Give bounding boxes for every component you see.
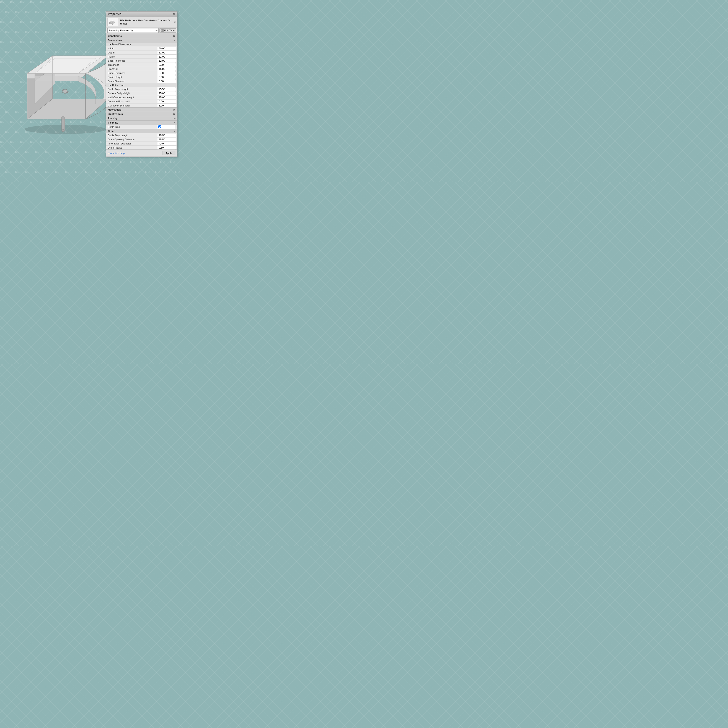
prop-input-connector-diameter[interactable] (158, 104, 176, 107)
prop-input-back-thickness[interactable] (158, 60, 176, 62)
prop-input-drain-diameter[interactable] (158, 80, 176, 83)
prop-value-bottle-trap-visibility[interactable] (157, 125, 175, 129)
prop-label-bottle-trap-visibility: Bottle Trap (106, 125, 157, 129)
prop-value-drain-radius[interactable] (157, 146, 175, 150)
prop-row-drain-opening-distance: Drain Opening Distance (106, 137, 177, 141)
svg-rect-13 (62, 117, 64, 131)
prop-row-bottle-trap-length: Bottle Trap Length (106, 133, 177, 137)
prop-label-bottle-trap-height: Bottle Trap Height (106, 87, 157, 91)
section-phasing-label: Phasing (108, 117, 118, 120)
prop-value-front-cut[interactable] (157, 67, 175, 71)
prop-value-height[interactable] (157, 55, 175, 58)
prop-label-drain-diameter: Drain Diameter (106, 80, 157, 83)
panel-titlebar: Properties × (106, 12, 177, 17)
prop-value-base-thickness[interactable] (157, 71, 175, 75)
prop-row-depth: Depth (106, 50, 177, 54)
prop-value-back-thickness[interactable] (157, 59, 175, 63)
prop-label-depth: Depth (106, 51, 157, 54)
svg-marker-10 (27, 73, 35, 78)
bottle-trap-triangle-icon: ▶ (110, 84, 111, 86)
prop-row-connector-diameter: Connector Diameter (106, 103, 177, 107)
section-phasing[interactable]: Phasing ≫ (106, 116, 177, 120)
sub-section-bottle-trap[interactable]: ▶ Bottle Trap (106, 83, 177, 87)
prop-row-base-thickness: Base Thickness (106, 71, 177, 75)
prop-value-bottle-trap-length[interactable] (157, 133, 175, 137)
section-identity-data[interactable]: Identity Data ≫ (106, 112, 177, 116)
prop-row-distance-from-wall: Distance From Wall (106, 99, 177, 103)
model-name: RD_Bathroom Sink Countertop Custom 04 Wh… (120, 19, 171, 26)
prop-value-bottom-body-height[interactable] (157, 92, 175, 95)
prop-row-height: Height (106, 54, 177, 58)
mechanical-collapse-icon: ≫ (173, 109, 175, 111)
properties-help-link[interactable]: Properties help (108, 152, 125, 154)
prop-input-depth[interactable] (158, 51, 176, 54)
section-mechanical[interactable]: Mechanical ≫ (106, 107, 177, 112)
prop-label-front-cut: Front Cut (106, 67, 157, 71)
prop-row-wall-connection-height: Wall Connection Height (106, 95, 177, 99)
prop-checkbox-bottle-trap[interactable] (158, 125, 161, 128)
prop-label-base-thickness: Base Thickness (106, 71, 157, 75)
section-identity-data-label: Identity Data (108, 113, 123, 115)
prop-value-drain-diameter[interactable] (157, 80, 175, 83)
phasing-collapse-icon: ≫ (173, 117, 175, 120)
prop-value-bottle-trap-height[interactable] (157, 87, 175, 91)
prop-input-height[interactable] (158, 55, 176, 58)
prop-input-front-cut[interactable] (158, 67, 176, 70)
section-visibility-label: Visibility (108, 121, 118, 124)
svg-point-14 (62, 130, 64, 132)
prop-input-basin-height[interactable] (158, 76, 176, 78)
section-other-label: Other (108, 130, 115, 132)
prop-row-basin-height: Basin Height (106, 75, 177, 79)
prop-label-inner-drain-diameter: Inner Drain Diameter (106, 142, 157, 145)
section-constraints[interactable]: Constraints ≫ (106, 34, 177, 38)
panel-close-button[interactable]: × (173, 12, 175, 16)
prop-input-bottle-trap-height[interactable] (158, 88, 176, 90)
prop-value-drain-opening-distance[interactable] (157, 138, 175, 141)
prop-input-wall-connection-height[interactable] (158, 96, 176, 99)
prop-input-bottom-body-height[interactable] (158, 92, 176, 95)
apply-button[interactable]: Apply (162, 151, 175, 155)
prop-value-inner-drain-diameter[interactable] (157, 142, 175, 145)
triangle-icon: ▶ (110, 43, 111, 46)
section-dimensions-label: Dimensions (108, 39, 122, 41)
prop-row-bottom-body-height: Bottom Body Height (106, 91, 177, 95)
prop-input-base-thickness[interactable] (158, 72, 176, 74)
section-dimensions[interactable]: Dimensions « (106, 38, 177, 42)
prop-value-connector-diameter[interactable] (157, 104, 175, 107)
prop-value-basin-height[interactable] (157, 75, 175, 79)
category-dropdown[interactable]: Plumbing Fixtures (1) (107, 28, 159, 33)
prop-label-distance-from-wall: Distance From Wall (106, 99, 157, 103)
dimensions-collapse-icon: « (174, 39, 175, 41)
properties-panel: Properties × RD_Bathroom Sink Countertop… (106, 11, 177, 157)
prop-input-distance-from-wall[interactable] (158, 100, 176, 103)
prop-input-thickness[interactable] (158, 63, 176, 66)
model-icon (107, 18, 118, 26)
model-name-line1: RD_Bathroom Sink Countertop Custom 04 (120, 19, 171, 22)
prop-value-depth[interactable] (157, 51, 175, 54)
prop-label-height: Height (106, 55, 157, 58)
svg-point-12 (63, 90, 67, 93)
panel-scroll-arrow[interactable]: ▾ (174, 20, 176, 24)
section-mechanical-label: Mechanical (108, 108, 121, 111)
prop-label-drain-opening-distance: Drain Opening Distance (106, 138, 157, 141)
section-other[interactable]: Other « (106, 129, 177, 133)
prop-label-back-thickness: Back Thickness (106, 59, 157, 63)
prop-value-width[interactable] (157, 47, 175, 50)
model-icon-svg (108, 19, 118, 25)
prop-value-thickness[interactable] (157, 63, 175, 67)
edit-type-button[interactable]: Edit Type (159, 28, 176, 32)
prop-input-bottle-trap-length[interactable] (158, 134, 176, 137)
other-collapse-icon: « (174, 130, 175, 132)
prop-value-distance-from-wall[interactable] (157, 99, 175, 103)
prop-label-basin-height: Basin Height (106, 75, 157, 79)
prop-input-drain-opening-distance[interactable] (158, 138, 176, 141)
prop-row-bottle-trap-visibility: Bottle Trap (106, 125, 177, 129)
prop-input-drain-radius[interactable] (158, 146, 176, 149)
prop-input-inner-drain-diameter[interactable] (158, 142, 176, 145)
panel-title: Properties (108, 12, 121, 16)
prop-input-width[interactable] (158, 47, 176, 50)
visibility-collapse-icon: « (174, 121, 175, 124)
section-visibility[interactable]: Visibility « (106, 120, 177, 125)
sub-section-main-dimensions[interactable]: ▶ Main Dimensions (106, 42, 177, 46)
prop-value-wall-connection-height[interactable] (157, 96, 175, 99)
